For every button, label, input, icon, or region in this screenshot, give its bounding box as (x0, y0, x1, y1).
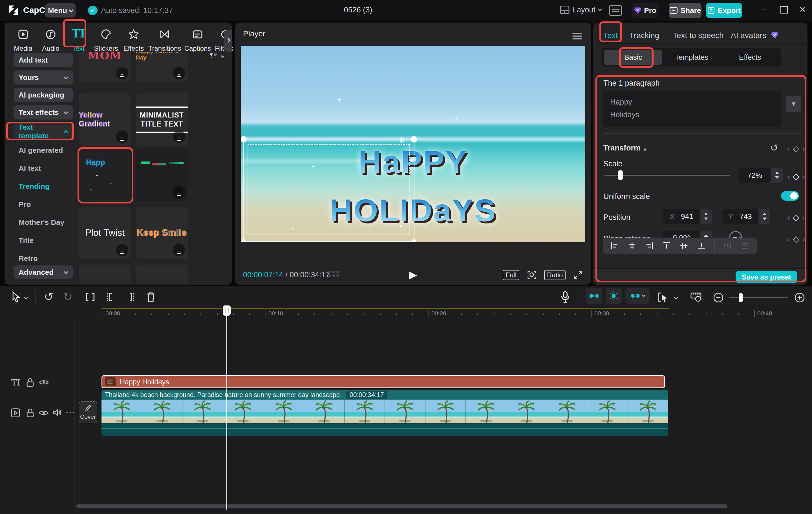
template-card-glitch[interactable]: ↓ (136, 149, 188, 201)
pro-button[interactable]: Pro (632, 3, 659, 18)
distribute-vertical-icon[interactable] (741, 241, 749, 250)
more-options-icon[interactable]: ⋯ (65, 406, 76, 418)
text-template-dropdown[interactable]: Text template (13, 125, 73, 139)
fullscreen-icon[interactable] (573, 270, 583, 280)
preview-axis-button[interactable] (606, 288, 622, 304)
position-y-stepper[interactable] (759, 209, 770, 224)
template-card-plot-twist[interactable]: Plot Twist ↓ (79, 207, 131, 259)
tab-text-properties[interactable]: Text (603, 31, 618, 40)
share-button[interactable]: Share (669, 3, 701, 18)
record-voiceover-icon[interactable] (560, 291, 571, 303)
download-icon[interactable]: ↓ (173, 244, 185, 256)
video-clip[interactable]: Thailand 4k beach background. Paradise n… (102, 390, 668, 436)
subtab-templates[interactable]: Templates (662, 50, 721, 65)
playhead-handle[interactable] (223, 305, 231, 315)
delete-right-icon[interactable] (125, 292, 137, 302)
subtab-basic[interactable]: Basic (604, 50, 662, 65)
download-icon[interactable]: ↓ (116, 130, 128, 143)
download-icon[interactable]: ↓ (173, 67, 185, 80)
tab-audio[interactable]: Audio (37, 27, 64, 53)
download-icon[interactable]: ↓ (173, 186, 185, 198)
split-icon[interactable] (85, 292, 96, 302)
align-bottom-icon[interactable] (697, 241, 706, 250)
sidebar-item-pro[interactable]: Pro (19, 200, 31, 209)
template-card-yellow-gradient[interactable]: Yellow Gradient ↓ (79, 93, 131, 146)
layout-button[interactable]: Layout (560, 5, 601, 14)
preview-zoom-icon[interactable] (527, 270, 537, 280)
yours-dropdown[interactable]: Yours (13, 70, 73, 85)
tab-stickers[interactable]: Stickers (92, 27, 120, 53)
align-center-horizontal-icon[interactable] (628, 241, 637, 250)
lock-icon[interactable] (26, 408, 34, 418)
zoom-out-icon[interactable] (713, 292, 724, 303)
tab-captions[interactable]: Captions (182, 27, 213, 53)
ai-packaging-button[interactable]: AI packaging (13, 88, 73, 102)
template-card-happy-holidays-selected[interactable]: Happ ✦ ✦ ✦ (79, 149, 131, 201)
template-card-minimalist[interactable]: MINIMALIST TITLE TEXT ↓ (136, 93, 188, 146)
position-x-input[interactable]: X -941 (663, 209, 700, 224)
tab-tracking[interactable]: Tracking (629, 31, 659, 40)
template-card-mom[interactable]: MOM ↓ (79, 52, 131, 82)
align-top-icon[interactable] (662, 241, 671, 250)
tab-media[interactable]: Media (9, 27, 37, 53)
sidebar-item-ai-text[interactable]: AI text (19, 164, 41, 173)
delete-left-icon[interactable] (105, 292, 116, 302)
uniform-scale-toggle[interactable] (781, 191, 799, 201)
position-x-stepper[interactable] (700, 209, 712, 224)
paragraph-expand-button[interactable]: ▼ (786, 96, 801, 112)
minimize-button[interactable]: – (761, 4, 766, 14)
download-icon[interactable]: ↓ (116, 67, 128, 80)
trash-icon[interactable] (145, 292, 156, 303)
timeline-zoom-handle[interactable] (739, 293, 743, 302)
sidebar-item-ai-generated[interactable]: AI generated (19, 146, 63, 155)
timeline-ruler-icon[interactable] (690, 292, 703, 303)
sidebar-item-retro[interactable]: Retro (19, 254, 38, 263)
download-icon[interactable]: ↓ (116, 244, 128, 256)
maximize-button[interactable] (780, 6, 788, 13)
filter-button[interactable] (209, 53, 224, 61)
menu-button[interactable]: Menu (45, 3, 76, 18)
align-right-icon[interactable] (645, 241, 654, 250)
cover-button[interactable]: Cover (79, 401, 97, 423)
paragraph-text-input[interactable]: Happy Holidays (603, 91, 782, 127)
play-button[interactable]: ▶ (409, 269, 417, 281)
tab-effects[interactable]: Effects (120, 27, 147, 53)
ratio-button[interactable]: Ratio (544, 270, 566, 280)
align-middle-vertical-icon[interactable] (679, 241, 689, 250)
sidebar-item-mothers-day[interactable]: Mother's Day (19, 218, 64, 227)
text-selection-box[interactable] (243, 139, 414, 242)
zoom-in-icon[interactable] (794, 292, 805, 303)
export-button[interactable]: Export (706, 3, 742, 18)
align-left-icon[interactable] (610, 241, 619, 250)
keyframe-nav[interactable]: ‹◇› (787, 144, 805, 154)
save-as-preset-button[interactable]: Save as preset (735, 271, 798, 283)
close-button[interactable]: ✕ (799, 4, 806, 14)
select-cursor-icon[interactable] (11, 292, 22, 303)
template-card-music[interactable]: MUSIC (136, 265, 188, 283)
template-card-festival[interactable]: Festival (79, 265, 131, 283)
tab-text-to-speech[interactable]: Text to speech (673, 31, 724, 40)
text-clip[interactable]: Happy Holidays (102, 375, 665, 388)
tab-transitions[interactable]: Transitions (148, 27, 181, 53)
distribute-horizontal-icon[interactable] (723, 241, 732, 250)
selection-handle[interactable] (241, 136, 247, 142)
eye-icon[interactable] (39, 409, 49, 417)
tab-text[interactable]: TI Text (65, 27, 92, 53)
full-button[interactable]: Full (503, 270, 519, 280)
reset-icon[interactable]: ↺ (770, 142, 779, 153)
keyframe-nav[interactable]: ‹◇› (787, 212, 805, 222)
advanced-dropdown[interactable]: Advanced (13, 266, 73, 279)
eye-icon[interactable] (39, 379, 49, 386)
link-button[interactable] (625, 288, 649, 304)
undo-icon[interactable]: ↺ (44, 290, 54, 303)
text-effects-dropdown[interactable]: Text effects (13, 105, 73, 119)
preview-canvas[interactable]: HaPPY HOLIDaYS ✦ ❋ ✦ ● ✦ ● (241, 46, 585, 242)
tab-ai-avatars[interactable]: AI avatars (731, 31, 779, 40)
keyframe-nav[interactable]: ‹◇› (787, 234, 805, 244)
selection-handle[interactable] (411, 136, 417, 142)
subtab-effects[interactable]: Effects (721, 50, 779, 65)
auto-snap-button[interactable] (586, 288, 602, 304)
redo-icon[interactable]: ↻ (63, 290, 73, 303)
frame-grid-icon[interactable] (328, 271, 340, 277)
tabs-scroll-right-button[interactable] (224, 30, 232, 52)
